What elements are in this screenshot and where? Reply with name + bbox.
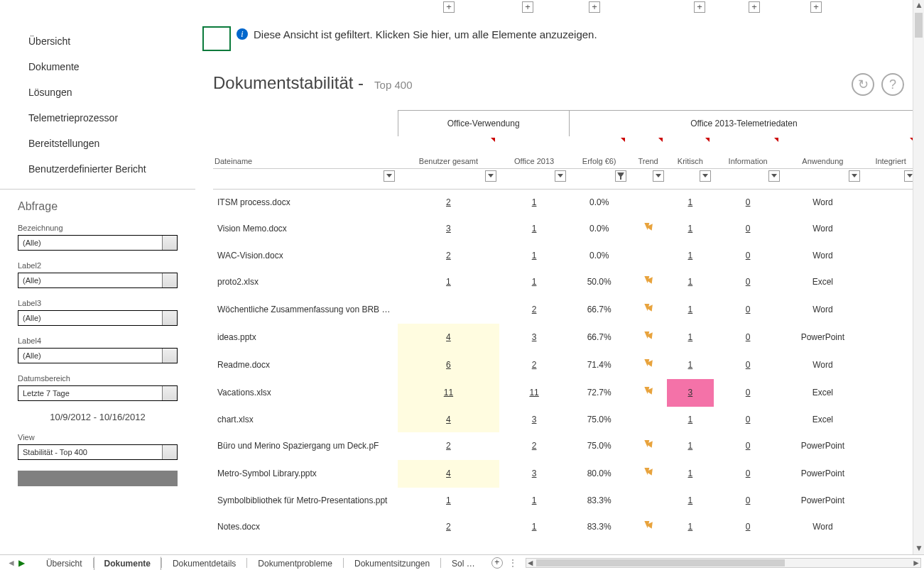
cell-link[interactable]: 1	[532, 522, 537, 532]
cell-link[interactable]: 0	[746, 277, 751, 287]
filter-info[interactable]	[768, 170, 780, 182]
cell-link[interactable]: 2	[532, 441, 537, 451]
query-field-select[interactable]: (Alle)	[18, 273, 178, 288]
sheet-tab[interactable]: Übersicht	[36, 557, 93, 571]
apply-bar[interactable]	[18, 471, 178, 486]
filter-filename[interactable]	[384, 170, 395, 182]
cell-link[interactable]: 1	[688, 277, 693, 287]
cell-link[interactable]: 1	[688, 495, 693, 505]
cell-link[interactable]: 4	[446, 415, 451, 424]
filter-app[interactable]	[849, 170, 860, 182]
nav-item[interactable]: Telemetrieprozessor	[0, 105, 195, 131]
horizontal-scrollbar[interactable]: ◄ ►	[526, 558, 921, 568]
expand-column-button[interactable]: +	[443, 1, 455, 13]
cell-link[interactable]: 2	[532, 305, 537, 314]
cell-link[interactable]: 1	[688, 224, 693, 234]
cell-link[interactable]: 11	[444, 388, 453, 398]
table-row[interactable]: ITSM process.docx210.0%10Word	[213, 189, 918, 215]
cell-link[interactable]: 1	[688, 441, 693, 451]
cell-link[interactable]: 0	[746, 522, 751, 532]
view-select[interactable]: Stabilität - Top 400	[18, 444, 178, 460]
cell-link[interactable]: 2	[532, 360, 537, 370]
cell-link[interactable]: 1	[688, 468, 693, 478]
add-sheet-button[interactable]: +	[491, 557, 503, 569]
table-row[interactable]: Readme.docx6271.4%10Word	[213, 351, 918, 379]
cell-link[interactable]: 1	[688, 305, 693, 314]
filter-critical[interactable]	[700, 170, 711, 182]
sheet-tab[interactable]: Dokumentsitzungen	[344, 557, 440, 571]
cell-link[interactable]: 1	[688, 197, 693, 207]
expand-column-button[interactable]: +	[522, 1, 533, 13]
filter-trend[interactable]	[653, 170, 664, 182]
table-row[interactable]: Symbolbibliothek für Metro-Presentations…	[213, 488, 918, 513]
nav-item[interactable]: Lösungen	[0, 80, 195, 105]
cell-link[interactable]: 1	[688, 360, 693, 370]
cell-link[interactable]: 0	[746, 197, 751, 207]
query-field-select[interactable]: (Alle)	[18, 348, 178, 363]
table-row[interactable]: ideas.pptx4366.7%10PowerPoint	[213, 324, 918, 351]
tab-grip[interactable]: ⋮	[509, 558, 517, 568]
cell-link[interactable]: 2	[446, 197, 451, 207]
table-row[interactable]: Vision Memo.docx310.0%10Word	[213, 215, 918, 243]
cell-link[interactable]: 1	[532, 197, 537, 207]
cell-link[interactable]: 0	[746, 251, 751, 261]
filter-banner-text[interactable]: Diese Ansicht ist gefiltert. Klicken Sie…	[254, 28, 597, 40]
cell-link[interactable]: 0	[746, 441, 751, 451]
cell-link[interactable]: 3	[532, 415, 537, 424]
sheet-tab[interactable]: Dokumentprobleme	[247, 557, 343, 571]
sheet-tab[interactable]: Sol …	[441, 557, 486, 571]
vertical-scrollbar[interactable]: ▲ ▼	[913, 0, 924, 554]
cell-link[interactable]: 2	[446, 522, 451, 532]
nav-item[interactable]: Bereitstellungen	[0, 131, 195, 156]
col-trend[interactable]: Trend	[629, 136, 667, 168]
col-office2013[interactable]: Office 2013	[499, 136, 569, 168]
query-field-select[interactable]: (Alle)	[18, 235, 178, 251]
col-information[interactable]: Information	[714, 136, 783, 168]
cell-link[interactable]: 1	[688, 415, 693, 424]
cell-link[interactable]: 0	[746, 415, 751, 424]
filter-success[interactable]	[615, 170, 626, 182]
cell-link[interactable]: 4	[446, 468, 451, 478]
cell-link[interactable]: 3	[688, 388, 693, 398]
col-filename[interactable]: Dateiname	[213, 136, 398, 168]
tab-nav-first[interactable]: ◄	[7, 558, 16, 568]
cell-link[interactable]: 0	[746, 305, 751, 314]
cell-link[interactable]: 0	[746, 388, 751, 398]
col-success[interactable]: Erfolg €6)	[569, 136, 629, 168]
cell-link[interactable]: 1	[688, 251, 693, 261]
col-integrated[interactable]: Integriert	[863, 136, 918, 168]
table-row[interactable]: Wöchentliche Zusammenfassung von BRB Fee…	[213, 296, 918, 324]
cell-link[interactable]: 1	[532, 251, 537, 261]
help-button[interactable]: ?	[881, 73, 904, 96]
cell-link[interactable]: 0	[746, 495, 751, 505]
tab-nav-next[interactable]: ▶	[18, 558, 25, 568]
table-row[interactable]: chart.xlsx4375.0%10Excel	[213, 407, 918, 432]
sheet-tab[interactable]: Dokumente	[94, 557, 161, 571]
expand-column-button[interactable]: +	[589, 1, 600, 13]
cell-link[interactable]: 3	[532, 468, 537, 478]
col-app[interactable]: Anwendung	[783, 136, 864, 168]
nav-item[interactable]: Übersicht	[0, 28, 195, 54]
col-users-total[interactable]: Benutzer gesamt	[398, 136, 499, 168]
refresh-button[interactable]: ↻	[852, 73, 874, 96]
cell-link[interactable]: 3	[446, 224, 451, 234]
cell-link[interactable]: 1	[446, 277, 451, 287]
filter-users[interactable]	[485, 170, 496, 182]
cell-link[interactable]: 11	[529, 388, 538, 398]
cell-link[interactable]: 0	[746, 360, 751, 370]
col-critical[interactable]: Kritisch	[667, 136, 714, 168]
cell-link[interactable]: 1	[532, 224, 537, 234]
cell-link[interactable]: 0	[746, 468, 751, 478]
cell-link[interactable]: 2	[446, 441, 451, 451]
cell-link[interactable]: 1	[688, 522, 693, 532]
nav-item[interactable]: Benutzerdefinierter Bericht	[0, 156, 195, 182]
cell-link[interactable]: 1	[688, 332, 693, 342]
table-row[interactable]: proto2.xlsx1150.0%10Excel	[213, 268, 918, 296]
table-row[interactable]: Vacations.xlsx111172.7%30Excel	[213, 379, 918, 407]
filter-o2013[interactable]	[555, 170, 566, 182]
cell-link[interactable]: 4	[446, 332, 451, 342]
query-field-select[interactable]: (Alle)	[18, 310, 178, 326]
cell-link[interactable]: 1	[532, 495, 537, 505]
sheet-tab[interactable]: Dokumentdetails	[162, 557, 246, 571]
table-row[interactable]: WAC-Vision.docx210.0%10Word	[213, 243, 918, 268]
